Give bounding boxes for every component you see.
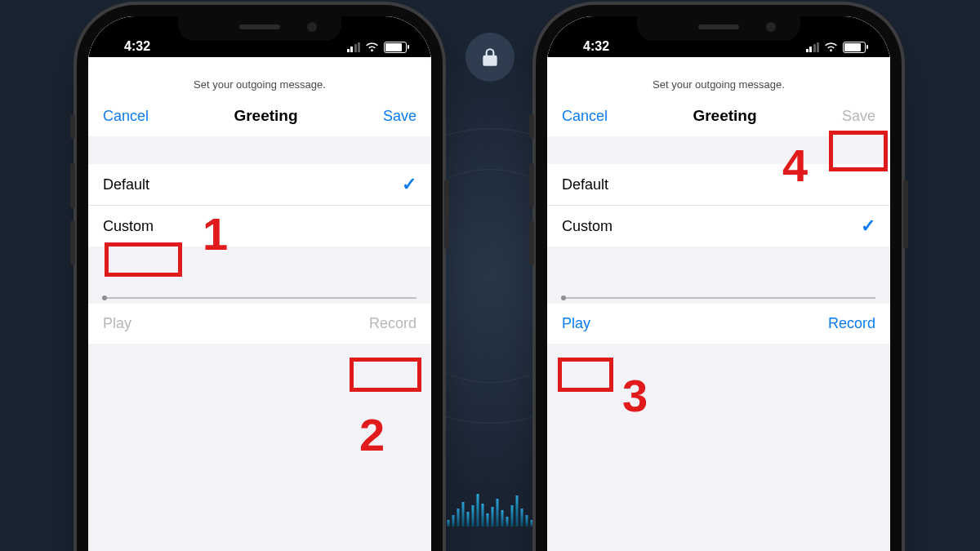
equalizer-decoration (448, 494, 533, 527)
play-button[interactable]: Play (103, 315, 131, 332)
greeting-options: Default ✓ Custom (88, 164, 431, 247)
nav-bar: Cancel Greeting Save (88, 100, 431, 136)
power-button (444, 180, 449, 249)
tutorial-image: 4:32 Set your outgoing message. Cancel G… (0, 0, 980, 551)
save-button[interactable]: Save (383, 108, 416, 125)
record-button[interactable]: Record (369, 315, 416, 332)
phone-notch (637, 16, 800, 41)
cellular-signal-icon (347, 42, 361, 52)
hint-text: Set your outgoing message. (88, 54, 431, 100)
battery-icon (843, 42, 866, 53)
wifi-icon (824, 40, 838, 54)
battery-icon (384, 42, 407, 53)
volume-down-button (529, 220, 534, 265)
callout-number-2: 2 (359, 408, 385, 461)
nav-title: Greeting (234, 107, 297, 125)
callout-number-1: 1 (203, 207, 228, 260)
playback-scrubber (547, 247, 890, 304)
playback-controls: Play Record (88, 304, 431, 344)
phone-screen: 4:32 Set your outgoing message. Cancel G… (547, 16, 890, 551)
phone-mockup-2: 4:32 Set your outgoing message. Cancel G… (547, 16, 890, 551)
callout-number-3: 3 (622, 369, 648, 422)
phone-mockup-1: 4:32 Set your outgoing message. Cancel G… (88, 16, 431, 551)
callout-number-4: 4 (782, 139, 808, 192)
power-button (903, 180, 908, 249)
checkmark-icon: ✓ (861, 216, 875, 237)
greeting-options: Default Custom ✓ (547, 164, 890, 247)
cellular-signal-icon (806, 42, 820, 52)
silence-switch (70, 114, 75, 139)
callout-box-2 (350, 358, 421, 392)
option-label: Default (103, 176, 149, 193)
volume-down-button (70, 220, 75, 265)
checkmark-icon: ✓ (402, 174, 416, 195)
option-custom[interactable]: Custom ✓ (547, 205, 890, 247)
option-label: Default (562, 176, 608, 193)
phone-screen: 4:32 Set your outgoing message. Cancel G… (88, 16, 431, 551)
silence-switch (529, 114, 534, 139)
callout-box-3 (558, 358, 613, 392)
option-custom[interactable]: Custom (88, 205, 431, 247)
option-label: Custom (562, 218, 612, 235)
lock-icon (466, 33, 514, 82)
cancel-button[interactable]: Cancel (562, 108, 608, 125)
record-button[interactable]: Record (828, 315, 875, 332)
save-button[interactable]: Save (842, 108, 875, 125)
play-button[interactable]: Play (562, 315, 590, 332)
wifi-icon (365, 40, 379, 54)
nav-title: Greeting (693, 107, 756, 125)
screen-content: Set your outgoing message. Cancel Greeti… (88, 54, 431, 551)
callout-box-1 (105, 242, 182, 277)
option-default[interactable]: Default ✓ (88, 164, 431, 205)
playback-controls: Play Record (547, 304, 890, 344)
callout-box-4 (829, 131, 888, 171)
screen-content: Set your outgoing message. Cancel Greeti… (547, 54, 890, 551)
volume-up-button (529, 163, 534, 208)
status-time: 4:32 (583, 39, 609, 54)
hint-text: Set your outgoing message. (547, 54, 890, 100)
option-label: Custom (103, 218, 154, 235)
volume-up-button (70, 163, 75, 208)
phone-notch (178, 16, 341, 41)
status-time: 4:32 (124, 39, 150, 54)
cancel-button[interactable]: Cancel (103, 108, 149, 125)
